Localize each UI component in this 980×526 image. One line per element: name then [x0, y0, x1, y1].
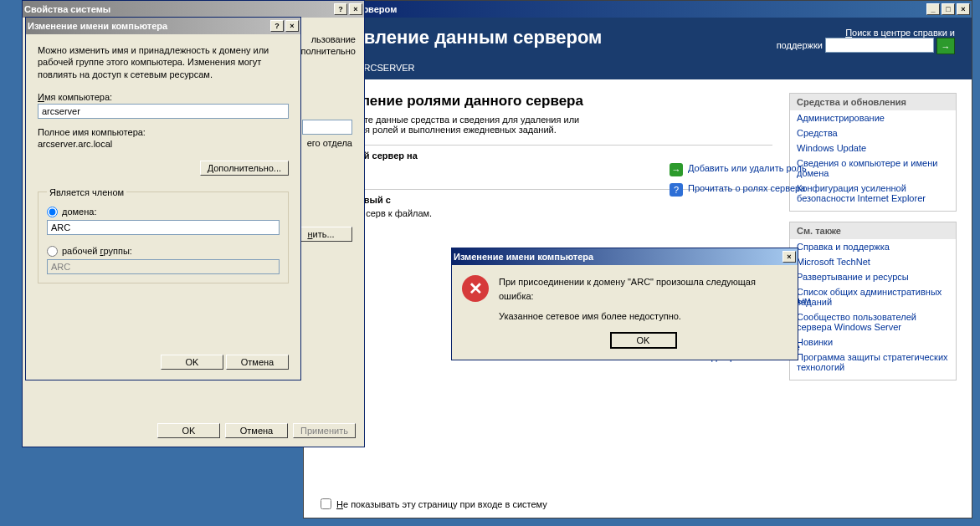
- computer-name-label: Имя компьютера:: [38, 92, 289, 102]
- server-name-label: Сервер: ARCSERVER: [304, 63, 972, 79]
- help-button[interactable]: ?: [334, 3, 347, 15]
- domain-input[interactable]: [47, 220, 280, 235]
- tab-usage[interactable]: льзование: [295, 34, 356, 44]
- error-line2: Указанное сетевое имя более недоступно.: [499, 309, 788, 324]
- rename-description: Можно изменить имя и принадлежность к до…: [38, 44, 289, 80]
- info-icon: ?: [670, 183, 683, 197]
- ok-button[interactable]: OK: [610, 332, 677, 349]
- help-button[interactable]: ?: [270, 20, 284, 32]
- search-go-button[interactable]: →: [936, 38, 955, 54]
- error-icon: ✕: [462, 275, 489, 302]
- error-line1: При присоединении к домену "ARC" произош…: [499, 275, 788, 303]
- tab-advanced[interactable]: ополнительно: [295, 46, 356, 56]
- close-button[interactable]: ×: [285, 20, 299, 32]
- workgroup-input: [47, 259, 280, 274]
- error-dialog: Изменение имени компьютера × ✕ При присо…: [451, 248, 798, 360]
- side-link[interactable]: Средства: [790, 125, 956, 140]
- error-titlebar[interactable]: Изменение имени компьютера ×: [452, 248, 798, 265]
- hidden-input[interactable]: [302, 120, 352, 135]
- domain-radio[interactable]: [47, 207, 58, 217]
- dont-show-label: Не показывать эту страницу при входе в с…: [336, 499, 547, 509]
- member-fieldset: Является членом домена: рабочей группы:: [38, 187, 289, 283]
- rename-titlebar[interactable]: Изменение имени компьютера ? ×: [26, 18, 300, 34]
- close-button[interactable]: ×: [957, 3, 970, 15]
- arrow-icon: →: [670, 163, 683, 176]
- close-button[interactable]: ×: [349, 3, 362, 15]
- close-button[interactable]: ×: [782, 251, 796, 263]
- roles-heading: Управление ролями данного сервера: [319, 93, 772, 110]
- ok-button[interactable]: OK: [157, 423, 220, 438]
- more-button[interactable]: Дополнительно...: [200, 161, 289, 176]
- minimize-button[interactable]: _: [926, 3, 940, 15]
- sysprops-title: Свойства системы: [24, 4, 110, 14]
- dont-show-checkbox[interactable]: [321, 498, 331, 509]
- workgroup-radio-label[interactable]: рабочей группы:: [62, 246, 132, 256]
- domain-radio-label[interactable]: домена:: [62, 207, 96, 217]
- tools-head: Средства и обновления: [790, 94, 956, 110]
- rename-computer-dialog: Изменение имени компьютера ? × Можно изм…: [25, 17, 301, 380]
- computer-name-input[interactable]: [38, 104, 289, 119]
- apply-button: Применить: [293, 423, 356, 438]
- search-input[interactable]: [825, 38, 934, 53]
- member-legend: Является членом: [47, 187, 126, 197]
- full-name-label: Полное имя компьютера:: [38, 127, 289, 137]
- action-add-role[interactable]: →Добавить или удалить роль: [670, 163, 820, 176]
- side-link[interactable]: Windows Update: [790, 140, 956, 156]
- cancel-button[interactable]: Отмена: [226, 355, 289, 370]
- ok-button[interactable]: OK: [161, 355, 223, 370]
- rename-title: Изменение имени компьютера: [28, 21, 167, 31]
- full-name-value: arcserver.arc.local: [38, 139, 289, 149]
- workgroup-radio[interactable]: [47, 246, 58, 257]
- maximize-button[interactable]: □: [942, 3, 955, 15]
- side-link[interactable]: Администрирование: [790, 110, 956, 125]
- mgmt-titlebar[interactable]: е данным сервером _ □ ×: [304, 1, 972, 18]
- dept-label: его отдела: [302, 138, 352, 148]
- sysprops-titlebar[interactable]: Свойства системы ? ×: [23, 1, 364, 18]
- action-read-roles[interactable]: ?Прочитать о ролях сервера: [670, 183, 820, 197]
- error-title: Изменение имени компьютера: [454, 252, 593, 262]
- cancel-button[interactable]: Отмена: [225, 423, 288, 438]
- server-section-head[interactable]: ▾ данный сервер на: [319, 145, 772, 164]
